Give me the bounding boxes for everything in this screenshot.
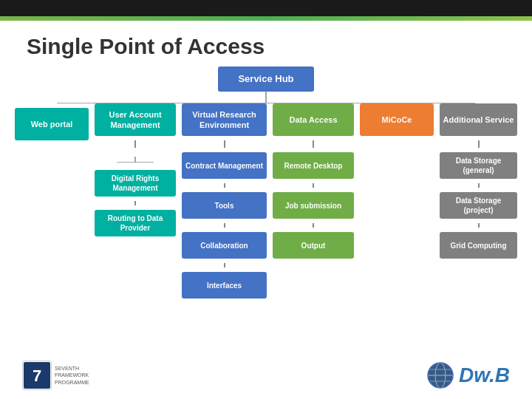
data-storage-project-node: Data Storage (project): [440, 192, 517, 219]
virtual-research-node: Virtual Research Environment: [182, 103, 267, 136]
web-portal-node: Web portal: [15, 108, 89, 140]
connector-svg-1: [15, 92, 517, 103]
diagram: Service Hub Web portal User Account Mana…: [0, 66, 532, 299]
service-hub-node: Service Hub: [218, 66, 314, 92]
remote-desktop-node: Remote Desktop: [273, 152, 354, 179]
svg-text:7: 7: [33, 366, 41, 385]
job-submission-node: Job submission: [273, 192, 354, 219]
data-storage-general-node: Data Storage (general): [440, 152, 517, 179]
top-bar: [0, 0, 532, 16]
main-nodes-row: Web portal User Account Management Digit…: [15, 103, 517, 299]
routing-data-node: Routing to Data Provider: [95, 210, 176, 236]
page-title: Single Point of Access: [27, 34, 505, 59]
col-data-access: Data Access Remote Desktop Job submissio…: [273, 103, 354, 259]
col-additional-service: Additional Service Data Storage (general…: [440, 103, 517, 259]
col-virtual-research: Virtual Research Environment Contract Ma…: [182, 103, 267, 299]
col-micoce: MiCoCe: [360, 103, 434, 136]
digital-rights-node: Digital Rights Management: [95, 170, 176, 197]
output-node: Output: [273, 232, 354, 259]
bottom-area: 7 SEVENTH FRAMEWORK PROGRAMME Dw.B: [22, 361, 510, 390]
seven-framework-logo: 7: [22, 361, 52, 390]
connector-1: [15, 92, 517, 103]
tools-node: Tools: [182, 192, 267, 219]
interfaces-node: Interfaces: [182, 272, 267, 299]
framework-text: SEVENTH FRAMEWORK PROGRAMME: [55, 365, 106, 385]
grid-computing-node: Grid Computing: [440, 232, 517, 259]
collaboration-node: Collaboration: [182, 232, 267, 259]
dwb-logo: Dw.B: [426, 361, 510, 389]
dwb-globe-icon: [426, 361, 454, 389]
user-account-node: User Account Management: [95, 103, 176, 136]
logo-left: 7 SEVENTH FRAMEWORK PROGRAMME: [22, 361, 106, 390]
col-web-portal: Web portal: [15, 103, 89, 140]
contract-management-node: Contract Management: [182, 152, 267, 179]
col-user-account: User Account Management Digital Rights M…: [95, 103, 176, 236]
page-title-area: Single Point of Access: [0, 21, 532, 66]
hub-row: Service Hub: [218, 66, 314, 92]
dwb-brand-text: Dw.B: [459, 364, 510, 387]
additional-service-node: Additional Service: [440, 103, 517, 136]
micoce-node: MiCoCe: [360, 103, 434, 136]
data-access-node: Data Access: [273, 103, 354, 136]
